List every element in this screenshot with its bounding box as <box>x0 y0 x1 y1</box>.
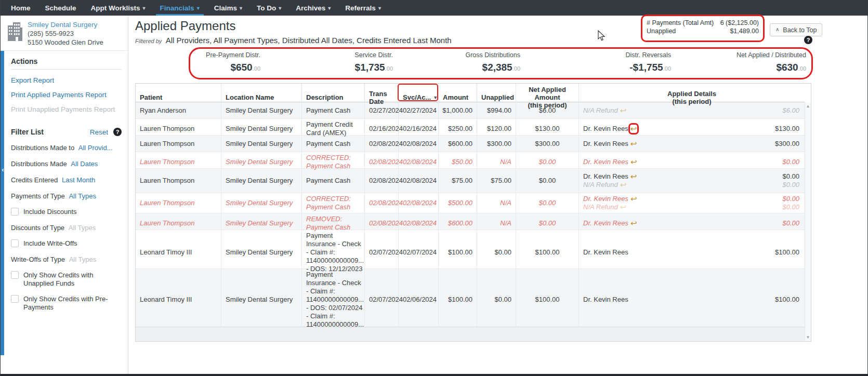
cell-amount: $100.00 <box>439 269 477 330</box>
cell-net-applied: $100.00 <box>516 269 579 330</box>
stat-value: -$1,755 <box>629 62 663 73</box>
nav-referrals-label: Referrals <box>345 4 376 12</box>
detail-amount: $100.00 <box>775 296 799 304</box>
cell-description: Payment Insurance - Check - Claim #: 114… <box>302 230 365 275</box>
cell-applied-details: N/A Refund↩ $6.00 <box>579 102 805 118</box>
only-unapplied-checkbox[interactable] <box>11 271 19 279</box>
cell-trans-date: 02/08/2024 <box>365 169 399 193</box>
include-writeoffs-option: Include Write-Offs <box>11 239 122 248</box>
detail-name: Dr. Kevin Rees <box>583 125 628 133</box>
cell-patient: Lauren Thompson <box>136 136 221 152</box>
practice-info: Smiley Dental Surgery (285) 555-9923 515… <box>1 16 128 50</box>
cell-applied-details: Dr. Kevin Rees $100.00 <box>579 230 805 275</box>
cell-location: Smiley Dental Surgery <box>221 230 302 275</box>
nav-referrals[interactable]: Referrals▾ <box>338 0 388 16</box>
include-writeoffs-checkbox[interactable] <box>11 239 19 247</box>
filter-value-providers[interactable]: All Provid... <box>78 144 113 152</box>
cell-unapplied: $75.00 <box>477 169 516 193</box>
cell-applied-details: Dr. Kevin Rees $100.00 <box>579 269 805 330</box>
cell-patient: Lauren Thompson <box>136 169 221 193</box>
cell-svc-date: 02/08/2024 <box>399 169 439 193</box>
only-unapplied-option: Only Show Credits with Unapplied Funds <box>11 271 107 288</box>
annotation-undo-highlight: ↩ <box>630 125 637 132</box>
cell-patient: Ryan Anderson <box>136 102 221 118</box>
filter-value-payment-types[interactable]: All Types <box>69 192 96 200</box>
cell-location: Smiley Dental Surgery <box>221 193 302 213</box>
table-row-corrected: Lauren Thompson Smiley Dental Surgery CO… <box>136 193 805 213</box>
nav-schedule[interactable]: Schedule <box>38 0 84 16</box>
undo-icon[interactable]: ↩ <box>630 158 637 166</box>
undo-icon[interactable]: ↩ <box>630 173 637 180</box>
back-to-top-button[interactable]: ∧ Back to Top <box>770 23 822 36</box>
filter-label: Write-Offs of Type <box>11 256 65 263</box>
undo-icon[interactable]: ↩ <box>620 181 627 189</box>
only-prepayments-checkbox[interactable] <box>11 295 19 303</box>
detail-name: Dr. Kevin Rees <box>583 195 628 203</box>
nav-appt-worklists[interactable]: Appt Worklists▾ <box>84 0 153 16</box>
cell-description: CORRECTED: Payment Cash <box>302 193 365 213</box>
nav-to-do[interactable]: To Do▾ <box>249 0 288 16</box>
cell-svc-date: 02/07/2024 <box>399 230 439 275</box>
stat-cents: .00 <box>385 65 393 72</box>
practice-address: 5150 Wooded Glen Drive <box>28 38 103 47</box>
undo-icon[interactable]: ↩ <box>620 107 627 114</box>
undo-icon[interactable]: ↩ <box>630 195 637 203</box>
reset-filters-link[interactable]: Reset <box>90 128 108 136</box>
cell-trans-date: 02/07/2024 <box>365 230 399 275</box>
only-prepayments-label: Only Show Credits with Pre-Payments <box>23 295 112 312</box>
print-applied-payments-link[interactable]: Print Applied Payments Report <box>11 91 122 99</box>
cell-amount: $500.00 <box>439 193 477 213</box>
scroll-up-icon[interactable]: ▲ <box>805 104 811 109</box>
detail-name: N/A Refund <box>583 181 618 189</box>
help-icon[interactable]: ? <box>804 36 812 44</box>
stat-service-distr: Service Distr. $1,735.00 <box>260 51 393 73</box>
detail-name: Dr. Kevin Rees <box>583 172 628 181</box>
table-row: Lauren Thompson Smiley Dental Surgery Pa… <box>136 169 805 193</box>
detail-amount: $100.00 <box>775 248 799 257</box>
detail-name: Dr. Kevin Rees <box>583 158 628 166</box>
cell-net-applied: $6.00 <box>516 102 579 118</box>
chevron-down-icon: ▾ <box>279 5 281 11</box>
include-discounts-checkbox[interactable] <box>11 208 19 216</box>
filter-payments-of-type: Payments of Type All Types <box>11 192 122 200</box>
undo-icon[interactable]: ↩ <box>630 140 637 147</box>
cell-unapplied: N/A <box>477 193 516 213</box>
filter-credits-entered: Credits Entered Last Month <box>11 176 122 184</box>
cell-net-applied: $0.00 <box>516 193 579 213</box>
detail-name: N/A Refund <box>583 203 618 211</box>
cell-patient: Leonard Timoy III <box>136 230 221 275</box>
nav-financials-label: Financials <box>160 4 194 12</box>
building-icon <box>7 21 23 42</box>
stat-pre-payment-distr: Pre-Payment Distr. $650.00 <box>195 51 260 73</box>
cell-description: Payment Insurance - Check - Claim #: 114… <box>302 269 365 330</box>
nav-archives[interactable]: Archives▾ <box>288 0 338 16</box>
sidebar-divider <box>128 16 128 374</box>
sidebar: ‹ Actions Export Report Print Applied Pa… <box>1 50 128 374</box>
filter-value-dates[interactable]: All Dates <box>71 160 98 168</box>
sidebar-collapse-icon[interactable]: ‹ <box>1 166 5 173</box>
nav-financials[interactable]: Financials▾ <box>153 0 207 16</box>
nav-claims[interactable]: Claims▾ <box>207 0 249 16</box>
undo-icon[interactable]: ↩ <box>630 220 637 227</box>
chevron-down-icon: ▾ <box>378 5 381 11</box>
stat-cents: .00 <box>663 65 671 72</box>
nav-home[interactable]: Home <box>4 0 38 16</box>
cell-svc-date: 02/08/2024 <box>399 193 439 213</box>
export-report-link[interactable]: Export Report <box>11 76 122 84</box>
undo-icon[interactable]: ↩ <box>620 204 627 211</box>
help-icon[interactable]: ? <box>113 128 122 136</box>
scroll-down-icon[interactable]: ▼ <box>805 335 811 340</box>
detail-amount: $6.00 <box>782 106 799 115</box>
nav-home-label: Home <box>11 4 31 12</box>
practice-name-link[interactable]: Smiley Dental Surgery <box>28 21 97 29</box>
stat-value: $1,735 <box>355 62 385 73</box>
undo-icon[interactable]: ↩ <box>630 125 637 132</box>
applied-payments-table: Patient Location Name Description Trans … <box>135 83 811 342</box>
table-scrollbar[interactable]: ▲ ▼ <box>805 102 811 341</box>
stat-value: $2,385 <box>482 62 512 73</box>
detail-name: Dr. Kevin Rees <box>583 248 628 257</box>
back-to-top-label: Back to Top <box>783 26 817 34</box>
filter-value-credits-period[interactable]: Last Month <box>62 176 95 184</box>
cell-svc-date: 02/27/2024 <box>399 102 439 118</box>
cell-amount: $100.00 <box>439 230 477 275</box>
